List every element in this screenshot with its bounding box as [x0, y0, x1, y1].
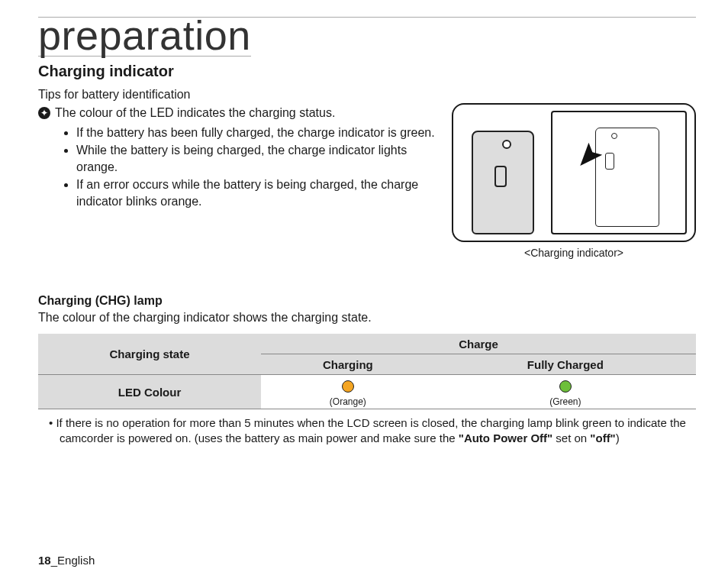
list-item: If an error occurs while the battery is … — [76, 176, 440, 209]
bottom-note-bold-b: "off" — [590, 431, 615, 444]
star-bullet-line: ✦ The colour of the LED indicates the ch… — [38, 105, 440, 121]
star-icon: ✦ — [38, 107, 50, 119]
th-charging-state: Charging state — [38, 334, 261, 375]
page-title: preparation — [38, 15, 251, 57]
cell-green: (Green) — [435, 375, 696, 409]
led-orange-label: (Orange) — [261, 396, 435, 407]
figure-caption: <Charging indicator> — [452, 247, 696, 259]
bullet-column: ✦ The colour of the LED indicates the ch… — [38, 103, 440, 259]
callout-panel — [551, 111, 687, 234]
manual-page: preparation Charging indicator Tips for … — [0, 0, 728, 585]
led-green-label: (Green) — [435, 396, 696, 407]
star-bullet-text: The colour of the LED indicates the char… — [55, 105, 335, 121]
bottom-note-post: ) — [616, 431, 620, 444]
charging-table: Charging state Charge Charging Fully Cha… — [38, 334, 696, 409]
bottom-note-bold-a: "Auto Power Off" — [459, 431, 552, 444]
device-illustration-left — [461, 111, 545, 234]
th-charging: Charging — [261, 354, 435, 375]
device-led-zoom — [611, 133, 617, 139]
figure-column: <Charging indicator> — [452, 103, 696, 259]
device-slot-zoom — [605, 153, 614, 170]
list-item: If the battery has been fully charged, t… — [76, 124, 440, 141]
th-led-colour: LED Colour — [38, 375, 261, 409]
page-number: 18_English — [38, 554, 95, 567]
content-row: ✦ The colour of the LED indicates the ch… — [38, 103, 696, 259]
device-body — [472, 131, 534, 234]
figure-frame — [452, 103, 696, 242]
device-led-dot — [502, 140, 511, 149]
list-item: While the battery is being charged, the … — [76, 142, 440, 175]
chg-lamp-description: The colour of the charging indicator sho… — [38, 311, 696, 325]
chg-lamp-heading: Charging (CHG) lamp — [38, 294, 696, 308]
tips-label: Tips for battery identification — [38, 88, 696, 102]
bullet-list: If the battery has been fully charged, t… — [38, 124, 440, 210]
page-number-value: 18 — [38, 554, 51, 567]
section-heading: Charging indicator — [38, 63, 696, 80]
bottom-note: • If there is no operation for more than… — [38, 415, 696, 447]
cell-orange: (Orange) — [261, 375, 435, 409]
th-fully-charged: Fully Charged — [435, 354, 696, 375]
page-lang: _English — [51, 554, 95, 567]
device-slot — [494, 166, 507, 187]
bottom-note-mid: set on — [552, 431, 590, 444]
device-body-zoom — [595, 128, 659, 227]
led-green-icon — [559, 380, 572, 393]
th-charge: Charge — [261, 334, 696, 354]
led-orange-icon — [342, 380, 354, 393]
